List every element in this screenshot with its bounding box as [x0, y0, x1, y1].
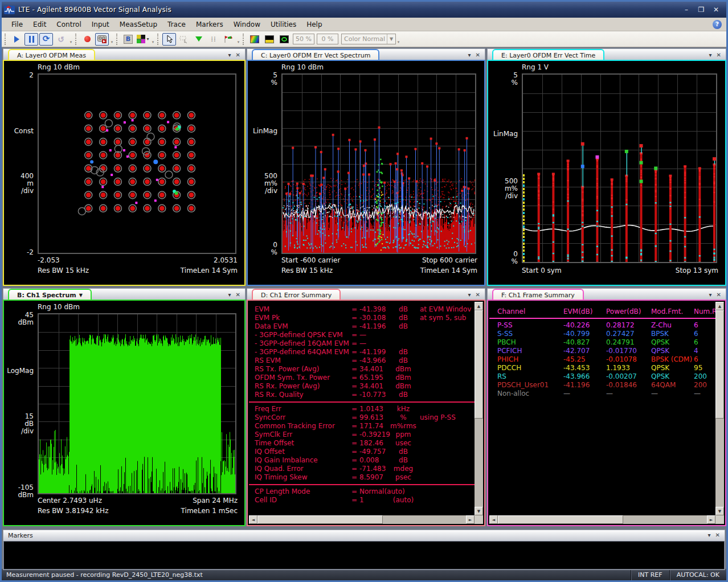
pause-button[interactable] — [24, 33, 38, 46]
scrollbar-thumb[interactable] — [498, 515, 623, 524]
panel-b-tab[interactable]: B: Ch1 Spectrum▼ — [8, 289, 92, 300]
status-message: Measurement paused - recording RevD_2450… — [2, 571, 631, 579]
menu-window[interactable]: Window — [228, 19, 265, 30]
scrollbar-thumb[interactable] — [257, 515, 383, 524]
panel-close-icon[interactable]: ✕ — [715, 532, 720, 538]
horizontal-scrollbar[interactable]: ◄ ► — [489, 515, 715, 524]
section-divider — [249, 484, 475, 485]
input-b-button[interactable]: B — [121, 33, 135, 46]
peak-search-button[interactable] — [192, 33, 206, 46]
err-vect-spectrum-plot[interactable] — [281, 73, 476, 254]
pointer-button[interactable] — [162, 33, 176, 46]
panel-close-icon[interactable]: ✕ — [717, 52, 721, 58]
scroll-down-icon[interactable]: ▼ — [475, 507, 483, 515]
scroll-down-icon[interactable]: ▼ — [715, 507, 724, 515]
menu-input[interactable]: Input — [87, 19, 114, 30]
panel-e-tab-label: E: Layer0 OFDM Err Vect Time — [501, 52, 595, 59]
panel-minimize-icon[interactable]: ▾ — [709, 292, 712, 298]
menu-file[interactable]: File — [6, 19, 28, 30]
app-icon — [4, 5, 15, 15]
vertical-scrollbar[interactable]: ▲ ▼ — [715, 302, 724, 515]
err-vect-time-plot[interactable] — [522, 73, 717, 263]
channel-row: PHICH-45.25-0.01078BPSK (CDM)6 — [489, 355, 715, 364]
spectrum-plot[interactable] — [38, 313, 236, 494]
minimize-button[interactable]: – — [682, 6, 691, 14]
channel-row: S-SS-40.7990.27427BPSK6 — [489, 330, 715, 338]
panel-d-tab[interactable]: D: Ch1 Error Summary — [252, 289, 341, 300]
horizontal-scrollbar[interactable]: ◄ ► — [249, 515, 475, 524]
error-summary-row: RS Rx. Quality=-10.773dB — [249, 391, 475, 399]
spectrogram-button[interactable] — [248, 33, 261, 46]
scroll-right-icon[interactable]: ► — [707, 515, 715, 524]
single-run-button[interactable]: ↺ — [54, 33, 68, 46]
channel-row: P-SS-40.2260.28172Z-Chu6 — [489, 321, 715, 330]
scrollbar-thumb[interactable] — [475, 310, 483, 419]
panel-d-tab-label: D: Ch1 Error Summary — [261, 292, 332, 299]
rotation-input[interactable]: 0 % — [317, 34, 338, 44]
scroll-up-icon[interactable]: ▲ — [475, 302, 483, 310]
footer-resbw: Res BW 15 kHz — [38, 267, 89, 274]
menu-trace[interactable]: Trace — [162, 19, 191, 30]
maximize-button[interactable]: ❐ — [697, 6, 706, 14]
toolbar-overflow-icon[interactable]: ▾ — [236, 33, 241, 46]
transparency-input[interactable]: 50 % — [293, 34, 314, 44]
panel-minimize-icon[interactable]: ▾ — [708, 532, 711, 538]
chevron-down-icon[interactable]: ▼ — [79, 293, 83, 298]
restart-icon: ⟳ — [43, 35, 50, 43]
recorder-playback-button[interactable] — [95, 33, 109, 46]
color-mode-select[interactable]: Color Normal ▼ — [341, 34, 396, 44]
panel-a-tab[interactable]: A: Layer0 OFDM Meas — [8, 49, 95, 60]
panel-b-spectrum: B: Ch1 Spectrum▼ ▾✕ Rng 10 dBm 45dBm Log… — [3, 288, 246, 526]
menu-utilities[interactable]: Utilities — [265, 19, 301, 30]
record-button[interactable] — [80, 33, 94, 46]
x-axis-start: Start 0 sym — [522, 267, 562, 274]
spectrum-trace-button[interactable] — [263, 33, 276, 46]
panel-minimize-icon[interactable]: ▾ — [468, 292, 471, 298]
menu-edit[interactable]: Edit — [28, 19, 51, 30]
range-label: Rng 10 dBm — [38, 303, 80, 311]
menu-control[interactable]: Control — [51, 19, 86, 30]
x-axis-right: 2.0531 — [214, 256, 238, 264]
scrollbar-thumb[interactable] — [715, 310, 724, 419]
offset-bars-button[interactable]: ⁞⁞ — [207, 33, 220, 46]
vertical-scrollbar[interactable]: ▲ ▼ — [475, 302, 483, 515]
y-axis-top: 5% — [271, 72, 277, 87]
menu-help[interactable]: Help — [301, 19, 327, 30]
panel-e-tab[interactable]: E: Layer0 OFDM Err Vect Time — [492, 49, 604, 60]
toolbar-overflow-icon[interactable]: ▾ — [396, 33, 401, 46]
help-icon[interactable]: ? — [713, 20, 722, 29]
play-icon — [14, 36, 19, 43]
panel-close-icon[interactable]: ✕ — [236, 52, 240, 58]
error-summary-row: IQ Gain Imbalance=0.008dB — [249, 456, 475, 465]
eye-diagram-button[interactable] — [277, 33, 291, 46]
toolbar-grip — [5, 34, 7, 45]
panel-f-tab[interactable]: F: Ch1 Frame Summary — [492, 289, 584, 300]
menu-meassetup[interactable]: MeasSetup — [114, 19, 162, 30]
scroll-left-icon[interactable]: ◄ — [249, 515, 257, 524]
toolbar-overflow-icon[interactable]: ▾ — [150, 33, 156, 46]
toolbar-overflow-icon[interactable]: ▾ — [68, 33, 73, 46]
marker-flag-button[interactable] — [222, 33, 235, 46]
scroll-up-icon[interactable]: ▲ — [715, 302, 724, 310]
scroll-right-icon[interactable]: ► — [466, 515, 475, 524]
scroll-left-icon[interactable]: ◄ — [489, 515, 498, 524]
panel-minimize-icon[interactable]: ▾ — [709, 52, 712, 58]
menu-markers[interactable]: Markers — [191, 19, 228, 30]
panel-c-tab[interactable]: C: Layer0 OFDM Err Vect Spectrum — [252, 49, 379, 60]
constellation-plot[interactable] — [38, 73, 236, 254]
band-select-button[interactable] — [177, 33, 191, 46]
panel-minimize-icon[interactable]: ▾ — [228, 292, 231, 298]
panel-minimize-icon[interactable]: ▾ — [468, 52, 471, 58]
panel-close-icon[interactable]: ✕ — [717, 292, 721, 298]
input-b-icon: B — [124, 35, 133, 44]
restart-button[interactable]: ⟳ — [39, 33, 53, 46]
close-button[interactable]: ✕ — [711, 6, 721, 14]
play-button[interactable] — [10, 33, 23, 46]
panel-close-icon[interactable]: ✕ — [476, 292, 480, 298]
toolbar-overflow-icon[interactable]: ▾ — [109, 33, 114, 46]
panel-minimize-icon[interactable]: ▾ — [228, 52, 231, 58]
panel-close-icon[interactable]: ✕ — [476, 52, 480, 58]
panel-close-icon[interactable]: ✕ — [236, 292, 240, 298]
single-run-icon: ↺ — [58, 35, 64, 43]
layout-grid-button[interactable]: ▾ — [136, 33, 150, 46]
